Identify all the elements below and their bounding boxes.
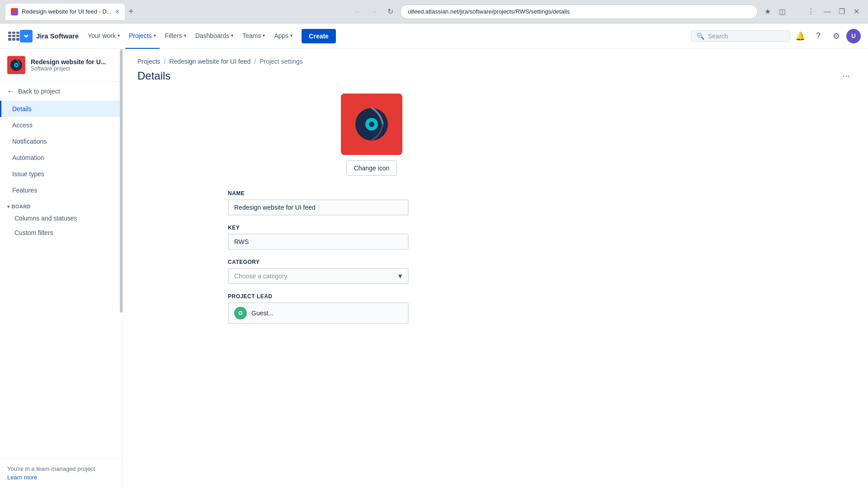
chevron-down-icon: ▾	[118, 33, 120, 38]
sidebar-project-name: Redesign website for U...	[31, 58, 106, 66]
nav-filters[interactable]: Filters ▾	[161, 23, 190, 49]
page-title-row: Details ···	[123, 65, 868, 94]
jira-logo-text: Jira Software	[36, 32, 79, 40]
breadcrumb: Projects / Redesign website for UI feed …	[123, 49, 868, 65]
breadcrumb-projects[interactable]: Projects	[137, 58, 160, 65]
form-section: Name Key Category Choose a category ▼	[228, 190, 409, 324]
settings-icon[interactable]: ⚙	[828, 28, 844, 44]
details-content: Change icon Name Key Category Choose a c	[123, 94, 530, 355]
split-view-icon[interactable]: ◫	[776, 5, 788, 18]
browser-controls: ← → ↻	[351, 5, 396, 18]
team-managed-text: You're in a team-managed project	[7, 465, 95, 472]
back-button[interactable]: ←	[351, 5, 364, 18]
project-icon-section: Change icon	[228, 94, 515, 176]
name-field-group: Name	[228, 190, 409, 216]
profile-icon[interactable]	[790, 5, 803, 18]
jira-navbar: Jira Software Your work ▾ Projects ▾ Fil…	[0, 23, 868, 49]
sidebar-project-type: Software project	[31, 66, 106, 72]
main-layout: Redesign website for U... Software proje…	[0, 49, 868, 488]
project-icon-large	[341, 94, 402, 155]
search-placeholder: Search	[708, 33, 728, 40]
sidebar-project-header: Redesign website for U... Software proje…	[0, 49, 123, 82]
new-tab-button[interactable]: +	[127, 6, 136, 17]
back-label: Back to project	[18, 88, 60, 95]
notifications-bell-icon[interactable]: 🔔	[792, 28, 808, 44]
nav-projects[interactable]: Projects ▾	[125, 23, 160, 49]
tab-close-icon[interactable]: ×	[115, 8, 119, 15]
tab-favicon	[11, 8, 18, 15]
help-icon[interactable]: ?	[810, 28, 826, 44]
category-select-wrapper: Choose a category ▼	[228, 268, 409, 284]
user-avatar[interactable]: U	[846, 29, 861, 43]
back-arrow-icon: ←	[7, 87, 14, 95]
create-button[interactable]: Create	[302, 29, 336, 43]
sidebar-footer: You're in a team-managed project Learn m…	[0, 458, 123, 488]
search-icon: 🔍	[697, 33, 704, 40]
board-section-header[interactable]: ▾ Board	[0, 198, 123, 211]
content-area: Projects / Redesign website for UI feed …	[123, 49, 868, 488]
minimize-button[interactable]: —	[821, 5, 834, 18]
settings-sidebar: Redesign website for U... Software proje…	[0, 49, 123, 488]
sidebar-item-access[interactable]: Access	[0, 117, 123, 133]
nav-teams[interactable]: Teams ▾	[239, 23, 269, 49]
key-label: Key	[228, 225, 409, 231]
forward-button[interactable]: →	[368, 5, 380, 18]
key-input[interactable]	[228, 234, 409, 250]
category-field-group: Category Choose a category ▼	[228, 259, 409, 284]
project-lead-group: Project lead G Guest...	[228, 293, 409, 324]
search-field[interactable]: 🔍 Search	[691, 30, 790, 42]
reload-button[interactable]: ↻	[384, 5, 396, 18]
browser-tab[interactable]: Redesign website for UI feed - D... ×	[5, 4, 125, 20]
chevron-down-icon: ▾	[231, 33, 233, 38]
jira-logo[interactable]: Jira Software	[20, 30, 79, 42]
maximize-button[interactable]: ❐	[835, 5, 848, 18]
browser-chrome: Redesign website for UI feed - D... × + …	[0, 0, 868, 23]
page-title: Details	[137, 70, 170, 82]
sidebar-project-icon	[7, 56, 25, 74]
bookmark-icon[interactable]: ★	[761, 5, 774, 18]
nav-apps[interactable]: Apps ▾	[270, 23, 296, 49]
address-text: uifeed.atlassian.net/jira/software/proje…	[408, 8, 570, 15]
chevron-down-icon: ▾	[7, 204, 9, 209]
tab-title: Redesign website for UI feed - D...	[22, 8, 112, 15]
nav-your-work[interactable]: Your work ▾	[84, 23, 123, 49]
lead-name: Guest...	[251, 310, 274, 317]
jira-logo-icon	[20, 30, 33, 42]
sidebar-item-details[interactable]: Details	[0, 101, 123, 117]
svg-point-2	[15, 64, 17, 66]
lead-avatar: G	[234, 307, 247, 319]
more-options-button[interactable]: ···	[839, 69, 854, 83]
sidebar-item-issue-types[interactable]: Issue types	[0, 166, 123, 182]
category-label: Category	[228, 259, 409, 265]
sidebar-item-features[interactable]: Features	[0, 182, 123, 198]
category-select[interactable]: Choose a category	[228, 268, 409, 284]
breadcrumb-section: Project settings	[259, 58, 303, 65]
nav-dashboards[interactable]: Dashboards ▾	[192, 23, 237, 49]
svg-point-5	[369, 122, 374, 127]
project-lead-label: Project lead	[228, 293, 409, 300]
change-icon-button[interactable]: Change icon	[346, 160, 397, 176]
address-bar[interactable]: uifeed.atlassian.net/jira/software/proje…	[400, 5, 758, 19]
breadcrumb-sep-2: /	[254, 58, 256, 65]
project-lead-field[interactable]: G Guest...	[228, 302, 409, 324]
sidebar-item-notifications[interactable]: Notifications	[0, 133, 123, 150]
chevron-down-icon: ▾	[290, 33, 292, 38]
breadcrumb-sep-1: /	[164, 58, 166, 65]
close-button[interactable]: ✕	[850, 5, 863, 18]
key-field-group: Key	[228, 225, 409, 250]
breadcrumb-project-name[interactable]: Redesign website for UI feed	[169, 58, 250, 65]
menu-icon[interactable]: ⋮	[805, 5, 817, 18]
sidebar-item-automation[interactable]: Automation	[0, 150, 123, 166]
name-input[interactable]	[228, 199, 409, 216]
chevron-down-icon: ▾	[184, 33, 186, 38]
sidebar-item-columns-statuses[interactable]: Columns and statuses	[0, 211, 123, 225]
sidebar-scrollbar[interactable]	[120, 49, 123, 488]
chevron-down-icon: ▾	[263, 33, 265, 38]
window-controls: — ❐ ✕	[821, 5, 863, 18]
browser-actions: ★ ◫ ⋮	[761, 5, 817, 18]
name-label: Name	[228, 190, 409, 197]
back-to-project[interactable]: ← Back to project	[0, 82, 123, 101]
learn-more-link[interactable]: Learn more	[7, 474, 115, 481]
sidebar-item-custom-filters[interactable]: Custom filters	[0, 225, 123, 240]
apps-grid-icon[interactable]	[7, 31, 18, 42]
